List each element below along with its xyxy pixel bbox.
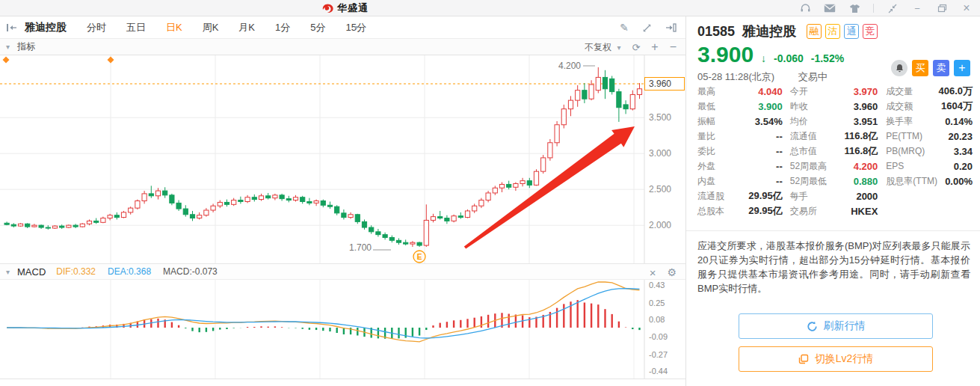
stat-value: 0.20 bbox=[954, 161, 973, 172]
stat-label: 总市值 bbox=[790, 145, 817, 158]
macd-dif-value: DIF:0.332 bbox=[56, 266, 96, 277]
stat-label: 股息率(TTM) bbox=[886, 175, 937, 188]
stat-value: 4.040 bbox=[758, 86, 783, 97]
quote-panel: 01585 雅迪控股 融沽通竞 3.900 ↓ -0.060 -1.52% 买 … bbox=[685, 16, 980, 386]
sell-button[interactable]: 卖 bbox=[933, 60, 949, 76]
stat-value: 116.8亿 bbox=[845, 129, 878, 143]
more-periods-caret-icon[interactable]: ▾ bbox=[354, 23, 358, 31]
bottom-strip bbox=[0, 379, 685, 386]
svg-text:1.700: 1.700 bbox=[349, 242, 372, 253]
svg-text:E: E bbox=[417, 253, 422, 261]
macd-caret-icon[interactable]: ▾ bbox=[6, 268, 10, 276]
switch-icon bbox=[798, 354, 809, 364]
fullscreen-expand-icon[interactable] bbox=[642, 23, 652, 33]
stat-value: -- bbox=[776, 146, 783, 157]
quote-datetime: 05-28 11:28(北京) bbox=[697, 71, 774, 82]
earnings-event-marker[interactable]: E bbox=[413, 251, 425, 263]
collapse-panel-icon[interactable] bbox=[6, 23, 17, 32]
stat-value: 116.8亿 bbox=[845, 144, 878, 158]
tab-1分[interactable]: 1分 bbox=[275, 21, 290, 34]
draw-pencil-icon[interactable]: ✎ bbox=[620, 22, 629, 34]
tab-5分[interactable]: 5分 bbox=[310, 21, 325, 34]
huasheng-logo-icon bbox=[321, 3, 334, 14]
tab-月K[interactable]: 月K bbox=[238, 21, 255, 34]
mail-icon[interactable] bbox=[824, 2, 836, 14]
stat-value: -- bbox=[776, 131, 783, 142]
add-watchlist-button[interactable]: + bbox=[954, 60, 970, 76]
app-title: 华盛通 bbox=[337, 1, 369, 15]
badge-竞: 竞 bbox=[863, 24, 878, 39]
zoom-in-icon[interactable]: + bbox=[651, 40, 658, 54]
bmp-notice-text: 应港交所要求，港股基本报价服务(BMP)对应列表最多只能展示20只证券为实时行情… bbox=[697, 239, 970, 295]
stock-tab[interactable]: 雅迪控股 bbox=[25, 21, 67, 34]
tab-周K[interactable]: 周K bbox=[203, 21, 219, 34]
stat-label: PB(MRQ) bbox=[886, 146, 925, 156]
macd-chart[interactable]: 0.430.250.08-0.09-0.27-0.44 bbox=[0, 280, 685, 379]
app-logo: 华盛通 bbox=[321, 1, 369, 15]
refresh-chart-icon[interactable]: ⟳ bbox=[632, 42, 640, 53]
price-down-arrow-icon: ↓ bbox=[761, 52, 766, 64]
stat-label: 最高 bbox=[697, 85, 715, 98]
stat-value: 1604万 bbox=[941, 99, 973, 113]
stat-label: 每手 bbox=[790, 190, 808, 203]
main-candlestick-chart[interactable]: 3.5003.0002.5002.0003.9604.2001.700E bbox=[0, 55, 685, 263]
stat-label: 昨收 bbox=[790, 100, 808, 113]
price-change-pct: -1.52% bbox=[811, 52, 844, 64]
stat-row: 总股本29.95亿交易所HKEX bbox=[686, 203, 980, 218]
close-window-icon[interactable]: × bbox=[961, 2, 973, 14]
stat-label: PE(TTM) bbox=[886, 131, 922, 141]
support-headset-icon[interactable] bbox=[799, 2, 811, 14]
tab-分时[interactable]: 分时 bbox=[87, 21, 106, 34]
restore-window-icon[interactable] bbox=[936, 2, 948, 14]
badge-沽: 沽 bbox=[825, 24, 840, 39]
refresh-quotes-button[interactable]: 刷新行情 bbox=[739, 313, 933, 339]
indicator-caret-icon[interactable]: ▾ bbox=[6, 43, 10, 51]
stat-label: 交易所 bbox=[790, 205, 817, 218]
chart-region: 雅迪控股分时五日日K周K月K1分5分15分 ▾ ✎ bbox=[0, 16, 685, 386]
svg-text:3.000: 3.000 bbox=[649, 148, 671, 159]
buy-button[interactable]: 买 bbox=[912, 60, 928, 76]
stat-label: 量比 bbox=[697, 130, 715, 143]
price-alert-bell-icon[interactable] bbox=[891, 60, 907, 76]
macd-dea-value: DEA:0.368 bbox=[108, 266, 151, 277]
stat-value: 3.951 bbox=[854, 116, 878, 127]
stat-value: 29.95亿 bbox=[748, 189, 783, 203]
stat-value: 3.54% bbox=[755, 116, 783, 127]
svg-text:3.500: 3.500 bbox=[649, 112, 671, 123]
refresh-quotes-label: 刷新行情 bbox=[824, 319, 866, 333]
stat-label: 内盘 bbox=[697, 175, 715, 188]
period-tabbar: 雅迪控股分时五日日K周K月K1分5分15分 ▾ ✎ bbox=[0, 16, 685, 39]
stat-value: 3.34 bbox=[954, 146, 973, 157]
stat-label: 总股本 bbox=[697, 205, 724, 218]
adjust-caret-icon: ▾ bbox=[617, 43, 620, 52]
stat-label: EPS bbox=[886, 161, 904, 171]
market-status: 交易中 bbox=[798, 71, 828, 82]
event-diamond-icon bbox=[2, 56, 9, 63]
tab-五日[interactable]: 五日 bbox=[126, 21, 146, 34]
indicator-label[interactable]: 指标 bbox=[17, 40, 35, 53]
close-macd-icon[interactable]: × bbox=[650, 266, 656, 279]
stat-row: 外盘--52周最高4.200EPS0.20 bbox=[686, 159, 980, 174]
stat-row: 量比--流通值116.8亿PE(TTM)20.23 bbox=[686, 129, 980, 144]
stat-label: 成交额 bbox=[886, 100, 913, 113]
zoom-out-icon[interactable]: − bbox=[670, 40, 677, 54]
macd-title[interactable]: MACD bbox=[17, 266, 46, 278]
svg-text:-0.09: -0.09 bbox=[649, 332, 668, 341]
stat-row: 振幅3.54%均价3.951换手率0.14% bbox=[686, 114, 980, 129]
stat-value: HKEX bbox=[851, 206, 878, 217]
svg-text:0.25: 0.25 bbox=[649, 298, 665, 307]
stat-label: 均价 bbox=[790, 115, 808, 128]
stat-label: 流通股 bbox=[697, 190, 724, 203]
minimize-icon[interactable]: − bbox=[911, 2, 923, 14]
theme-shirt-icon[interactable] bbox=[848, 2, 860, 14]
collapse-window-icon[interactable] bbox=[887, 2, 899, 14]
switch-lv2-label: 切换Lv2行情 bbox=[815, 352, 874, 366]
adjust-mode-dropdown[interactable]: 不复权 ▾ bbox=[585, 41, 620, 54]
toggle-right-panel-icon[interactable] bbox=[665, 23, 677, 32]
stat-value: -- bbox=[776, 176, 783, 187]
stock-code: 01585 bbox=[697, 24, 735, 40]
refresh-icon bbox=[807, 321, 818, 332]
switch-lv2-button[interactable]: 切换Lv2行情 bbox=[739, 346, 933, 372]
macd-settings-gear-icon[interactable]: ⚙ bbox=[667, 266, 677, 278]
tab-日K[interactable]: 日K bbox=[166, 21, 182, 34]
